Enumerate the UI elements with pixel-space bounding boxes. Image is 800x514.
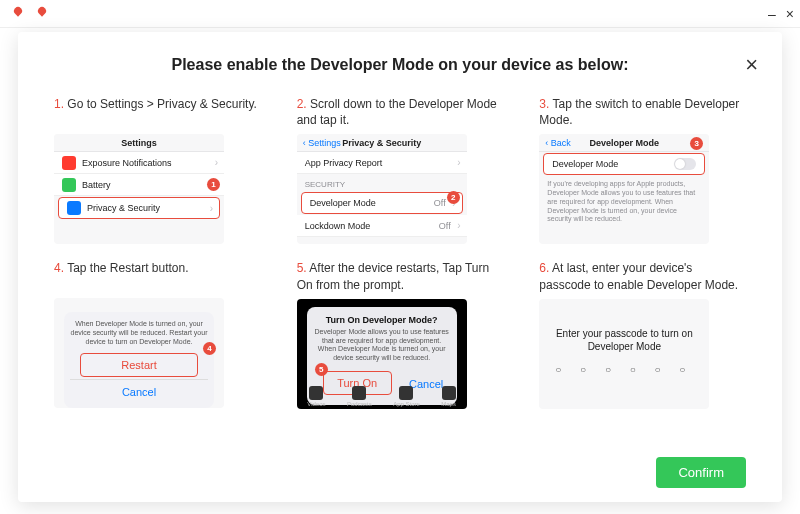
step-number: 6. [539,261,549,275]
step-3-screenshot: ‹ Back Developer Mode 3 Developer Mode I… [539,134,709,244]
callout-badge-2: 2 [447,191,460,204]
row-developer-mode-toggle: Developer Mode [543,153,705,175]
dialog-close-button[interactable]: × [745,52,758,78]
step-3: 3. Tap the switch to enable Developer Mo… [539,96,746,244]
step-number: 2. [297,97,307,111]
privacy-icon [67,201,81,215]
confirm-button[interactable]: Confirm [656,457,746,488]
row-developer-mode: Developer Mode Off› 2 [301,192,463,214]
step-description: Scroll down to the Developer Mode and ta… [297,97,497,127]
passcode-prompt: Enter your passcode to turn on Developer… [539,327,709,354]
ios-dock: Videos Podcasts App Store Maps [297,386,467,407]
ios-header: Settings [54,134,224,152]
callout-badge-5: 5 [315,363,328,376]
callout-badge-3: 3 [690,137,703,150]
step-1: 1. Go to Settings > Privacy & Security. … [54,96,261,244]
settings-row-battery: Battery› 1 [54,174,224,196]
step-description: After the device restarts, Tap Turn On f… [297,261,490,291]
restart-alert: When Developer Mode is turned on, your d… [64,312,214,407]
ios-header: ‹ Back Developer Mode 3 [539,134,709,152]
settings-row-exposure: Exposure Notifications› [54,152,224,174]
exposure-icon [62,156,76,170]
step-description: Go to Settings > Privacy & Security. [67,97,257,111]
dialog-title: Please enable the Developer Mode on your… [54,56,746,74]
step-4-screenshot: When Developer Mode is turned on, your d… [54,298,224,408]
toggle-switch-icon [674,158,696,170]
step-number: 4. [54,261,64,275]
passcode-dots: ○ ○ ○ ○ ○ ○ [539,364,709,375]
step-5-screenshot: Turn On Developer Mode? Developer Mode a… [297,299,467,409]
app-titlebar: – × [0,0,800,28]
step-1-screenshot: Settings Exposure Notifications› Battery… [54,134,224,244]
step-6-screenshot: Enter your passcode to turn on Developer… [539,299,709,409]
ios-header: ‹ Settings Privacy & Security [297,134,467,152]
step-5: 5. After the device restarts, Tap Turn O… [297,260,504,408]
step-4: 4. Tap the Restart button. When Develope… [54,260,261,408]
settings-row-privacy: Privacy & Security› [58,197,220,219]
step-number: 3. [539,97,549,111]
step-2-screenshot: ‹ Settings Privacy & Security App Privac… [297,134,467,244]
restart-button: Restart [80,353,198,377]
window-close-button[interactable]: × [786,6,794,22]
battery-icon [62,178,76,192]
window-minimize-button[interactable]: – [768,6,776,22]
row-app-privacy-report: App Privacy Report› [297,152,467,174]
enable-developer-mode-dialog: × Please enable the Developer Mode on yo… [18,32,782,502]
back-button: ‹ Back [545,138,571,148]
callout-badge-1: 1 [207,178,220,191]
cancel-button: Cancel [70,379,208,400]
back-button: ‹ Settings [303,138,341,148]
step-number: 5. [297,261,307,275]
section-label: Security [297,174,467,191]
step-description: Tap the switch to enable Developer Mode. [539,97,739,127]
step-2: 2. Scroll down to the Developer Mode and… [297,96,504,244]
app-logo-icon [8,4,28,24]
app-logo-icon [32,4,52,24]
step-number: 1. [54,97,64,111]
step-description: At last, enter your device's passcode to… [539,261,738,291]
callout-badge-4: 4 [203,342,216,355]
step-description: Tap the Restart button. [67,261,188,275]
developer-mode-fineprint: If you're developing apps for Apple prod… [539,176,709,228]
step-6: 6. At last, enter your device's passcode… [539,260,746,408]
row-lockdown-mode: Lockdown Mode Off› [297,215,467,237]
